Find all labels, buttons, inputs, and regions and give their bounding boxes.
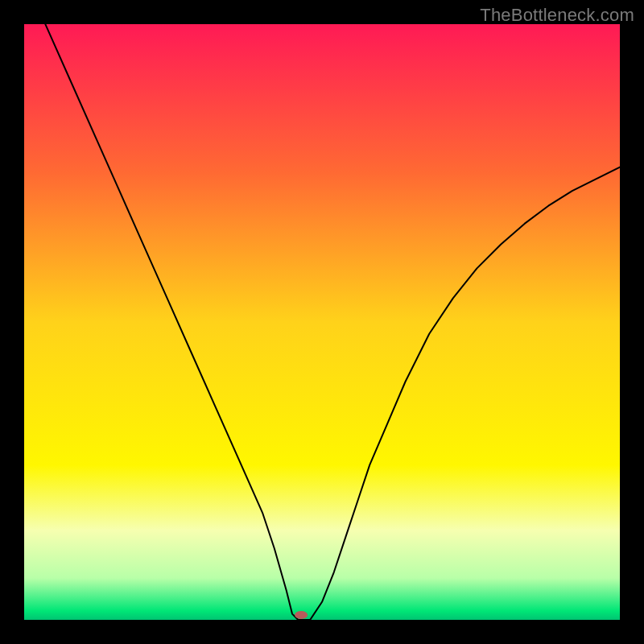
optimal-point-marker: [295, 611, 308, 619]
gradient-background: [24, 24, 620, 620]
plot-area: [24, 24, 620, 620]
bottleneck-chart: [24, 24, 620, 620]
chart-frame: TheBottleneck.com: [0, 0, 644, 644]
watermark-text: TheBottleneck.com: [480, 5, 634, 26]
